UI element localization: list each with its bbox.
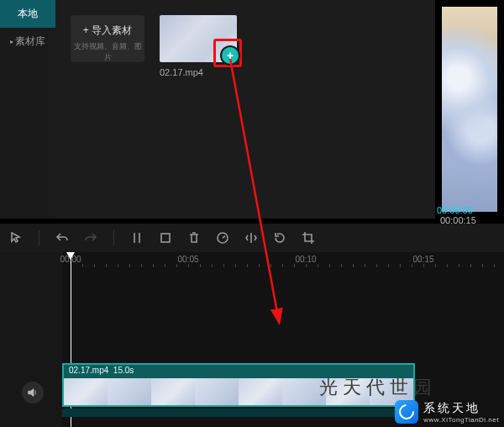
media-item[interactable]: + 02.17.mp4 xyxy=(160,15,237,77)
preview-current-time: 00:00:00 xyxy=(437,205,473,215)
track-header xyxy=(0,252,62,427)
watermark-title: 系统天地 xyxy=(423,401,499,416)
mute-button[interactable] xyxy=(22,382,44,403)
mirror-icon[interactable] xyxy=(244,230,259,245)
delete-icon[interactable] xyxy=(186,230,202,245)
media-sidebar: 本地 ▸素材库 xyxy=(0,0,55,219)
media-pane: + 导入素材 支持视频、音频、图片 + 02.17.mp4 xyxy=(55,0,435,219)
svg-rect-0 xyxy=(161,234,170,242)
import-media-card[interactable]: + 导入素材 支持视频、音频、图片 xyxy=(71,15,144,62)
redo-icon xyxy=(83,230,98,245)
import-title-text: 导入素材 xyxy=(92,24,132,36)
sidebar-tab-library-label: 素材库 xyxy=(15,35,45,47)
watermark-ghost-text: 光天代世园 xyxy=(319,375,437,400)
watermark-url: www.XiTongTianDi.net xyxy=(423,416,499,424)
audio-track[interactable] xyxy=(62,409,415,417)
import-subtitle: 支持视频、音频、图片 xyxy=(71,41,144,63)
rotate-icon[interactable] xyxy=(272,230,287,245)
preview-duration: 00:00:15 xyxy=(440,215,476,225)
sidebar-tab-library[interactable]: ▸素材库 xyxy=(0,28,55,55)
split-icon[interactable] xyxy=(129,230,144,245)
ruler-tick: 00:10 xyxy=(295,255,316,264)
sidebar-tab-local[interactable]: 本地 xyxy=(0,0,55,28)
add-to-timeline-icon[interactable]: + xyxy=(222,47,239,64)
toolbar-separator xyxy=(113,230,114,245)
import-title: + 导入素材 xyxy=(71,24,144,38)
media-filename: 02.17.mp4 xyxy=(160,67,237,77)
plus-icon: + xyxy=(83,24,89,36)
undo-icon[interactable] xyxy=(55,230,70,245)
watermark: 系统天地 www.XiTongTianDi.net xyxy=(395,400,499,424)
timeline-toolbar xyxy=(0,224,504,252)
crop2-icon[interactable] xyxy=(301,230,316,245)
crop-icon[interactable] xyxy=(158,230,173,245)
ruler-tick: 00:15 xyxy=(412,255,433,264)
pointer-tool-icon[interactable] xyxy=(8,230,24,245)
speed-icon[interactable] xyxy=(215,230,230,245)
speaker-icon xyxy=(27,387,39,398)
clip-duration: 15.0s xyxy=(113,366,134,375)
toolbar-separator xyxy=(39,230,39,245)
media-thumbnail[interactable]: + xyxy=(160,15,237,62)
clip-filename: 02.17.mp4 xyxy=(69,366,108,375)
preview-pane xyxy=(435,0,504,219)
svg-point-1 xyxy=(218,233,228,243)
watermark-logo-icon xyxy=(395,400,418,424)
ruler-tick: 00:05 xyxy=(177,255,198,264)
time-ruler[interactable]: 00:00 00:05 00:10 00:15 xyxy=(62,252,504,271)
preview-thumbnail xyxy=(442,7,497,212)
chevron-right-icon: ▸ xyxy=(10,38,13,45)
